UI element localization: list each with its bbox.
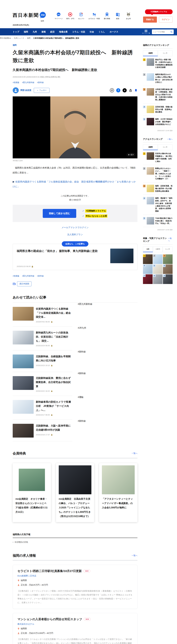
mypage-link[interactable]: me マイページ — [55, 12, 63, 20]
x-share-icon[interactable]: X — [123, 88, 127, 92]
photo-ranking-item[interactable]: 5 — [153, 264, 163, 274]
related-article[interactable]: 北陸新幹線、大阪へ延伸早期に 北信越5県44市が決議 2025/10/16 17… — [13, 420, 72, 441]
photo-expand-button[interactable]: 拡大 — [126, 153, 135, 157]
related-tag[interactable]: #運輸 — [78, 396, 138, 420]
login-button[interactable]: ログイン — [159, 16, 172, 22]
tab-1week[interactable]: 1週間 — [143, 144, 158, 150]
tab-1month[interactable]: 1ヶ月 — [158, 144, 173, 150]
search-input[interactable] — [153, 31, 169, 33]
breadcrumb-fukuoka[interactable]: 福岡 — [27, 37, 31, 40]
related-tag[interactable]: #西九州新幹線 — [78, 303, 138, 326]
tab-1day[interactable]: 1日 — [143, 246, 153, 252]
print-paper-link[interactable]: 紙面 — [114, 12, 121, 20]
weather-today-link[interactable]: 今日明日の天気 — [13, 541, 28, 544]
anatoku-link[interactable]: あな特 — [125, 12, 132, 20]
breadcrumb-kyushu-news[interactable]: 九州ニュース — [14, 37, 24, 40]
ranking-item[interactable]: 4 福岡・博多駅で「移民政策」反対デモ、約200人参加 在留外国人最多396万人… — [143, 195, 172, 215]
tag-shinkansen[interactable]: #新幹線 — [37, 81, 44, 84]
tab-1month[interactable]: 1ヶ月 — [158, 50, 173, 56]
follow-button[interactable]: ＋ フォロー — [34, 88, 50, 93]
tag-shinkansen[interactable]: #新幹線 — [37, 275, 44, 277]
benefits-more-link[interactable]: 一覧へ — [132, 452, 137, 455]
tab-1week[interactable]: 1週間 — [143, 50, 158, 56]
related-tag[interactable]: #新幹線 — [78, 372, 138, 396]
nav-top[interactable]: トップ — [13, 30, 19, 33]
photo-ranking-item[interactable]: 6 — [163, 264, 172, 274]
transit-info-link[interactable]: 運行情報 — [103, 12, 111, 20]
article-main-photo[interactable]: 拡大 — [13, 96, 137, 158]
publisher-chip[interactable]: 西日本新聞 — [17, 281, 32, 286]
related-article[interactable]: 北陸新幹線延伸、費用に合わず 開業効果、自主研究会が独自試算 2025/10/2… — [13, 372, 72, 396]
related-article[interactable]: 佐賀県内議員でつくる新幹線「フル規格促進議員の会」総会 国交省... 2025/… — [13, 303, 72, 326]
tag-nishikyushu-shinkansen[interactable]: #西九州新幹線 — [22, 81, 34, 84]
related-article[interactable]: 北陸新幹線、自維協議を早期開業に向け石川知事 2025/10/23 19:10 — [13, 350, 72, 372]
tag-nishikyushu-shinkansen[interactable]: #西九州新幹線 — [22, 275, 34, 277]
job-company-link[interactable]: 株式会社ホゼナル — [18, 623, 34, 626]
nav-kurashi[interactable]: くらし — [99, 30, 105, 33]
breadcrumb-home[interactable]: 西日本新聞me — [0, 37, 11, 40]
related-tag[interactable]: #新幹線 — [78, 350, 138, 372]
threads-share-icon[interactable]: @ — [110, 88, 114, 92]
tab-1week[interactable]: 1週間 — [153, 246, 163, 252]
register-read-button[interactable]: 登録して続きを読む — [43, 209, 76, 218]
job-card[interactable]: セラピスト/西鉄二日市駅/社員募集/10月27日更新 NEW Ecru筑紫野二日… — [13, 565, 137, 609]
ranking-more-link[interactable]: 一覧へ — [167, 138, 172, 140]
nav-sokuho[interactable]: 速報 — [42, 30, 46, 33]
ranking-item[interactable]: 3 福岡・苅田町長選、現職の遠田孝一氏が3選 投票率は過去最低 — [143, 182, 172, 195]
related-article[interactable]: 新幹線西九州ルートの財政負担、佐賀念頭に「法改正検討も」 国交... 2025/… — [13, 326, 72, 350]
member-article-thumbnail[interactable] — [110, 248, 133, 263]
corporate-plan-link[interactable]: 法人契約プラン — [13, 233, 137, 236]
member-article-link[interactable]: 福岡県主導の期成会に「前向き」 服部知事、東九州新幹線に意欲 — [17, 248, 107, 263]
category-list-button[interactable]: カテゴリ一覧 — [142, 30, 150, 34]
author-name-link[interactable]: 岡部 由佳里 — [20, 89, 31, 92]
photo-ranking-item[interactable]: 3 — [163, 254, 172, 264]
tag-chikugo[interactable]: #筑後版 — [13, 81, 19, 84]
register-button[interactable]: 登録する — [143, 16, 157, 22]
nav-hawks[interactable]: ホークス — [110, 30, 118, 33]
benefit-card[interactable]: me会員限定 オカリナ奏者・宗次郎さんのコンサートにペア2組を招待（応募締め切り… — [13, 463, 51, 522]
ranking-item[interactable]: 2 順番は付けられないけど... 「長崎で一番」の絶品ちゃんぽん ラーメン記者の… — [143, 165, 172, 182]
site-logo[interactable]: 西日本新聞 — [13, 12, 39, 18]
nav-keizai[interactable]: 経済 — [50, 30, 55, 33]
related-tag[interactable]: #新幹線 — [78, 420, 138, 441]
photo-ranking-item[interactable]: 2 — [153, 254, 163, 264]
job-company-link[interactable]: Ecru筑紫野二日市店 — [18, 574, 36, 577]
tab-1month[interactable]: 1ヶ月 — [163, 246, 172, 252]
photo-ranking-more-link[interactable]: 一覧へ — [168, 237, 172, 242]
nav-fukuoka[interactable]: 福岡 — [24, 30, 28, 33]
job-card[interactable]: マンションの入居者様からの問合せ対応スタッフ NEW 株式会社ホゼナル 福岡県 … — [13, 613, 137, 644]
photo-ranking-item[interactable]: 9 — [163, 274, 172, 284]
photo-ranking-item[interactable]: 8 — [153, 274, 163, 284]
benefit-card[interactable]: me会員限定 吉高由里子主演の舞台、パルコ・プロデュース2025『シャイニングな… — [56, 463, 94, 522]
related-article[interactable]: 新幹線車両の防犯カメラで客層分析 JR東海が「サービス向上」へ... 2025/… — [13, 396, 72, 420]
author-avatar[interactable] — [13, 87, 19, 94]
ranking-item[interactable]: 1 賃金不払い容疑で福岡・久留米市の会社と代表取締役を書類送検 久留米労基署 — [143, 56, 172, 71]
facebook-share-icon[interactable]: f — [116, 88, 120, 92]
nav-jiba-kigyo[interactable]: 地場企業 — [59, 30, 68, 33]
email-login-link[interactable]: メールアドレスでログイン — [13, 226, 137, 229]
tag-chikugo[interactable]: #筑後版 — [13, 275, 19, 277]
ranking-item[interactable]: 2 福岡市博多区のホテル5階から男性が飛び降りか 歩行女性を巻き添えに — [143, 71, 172, 86]
ranking-item[interactable]: 3 太宰府天満宮参道の茶屋「小野筑紫堂」閉店 店主は小野妹子の末裔、久原本家が全… — [143, 86, 172, 104]
outing-benefits-link[interactable]: おでかけ・特典 — [89, 12, 100, 20]
share-icon[interactable] — [129, 89, 132, 92]
article-category-link[interactable]: 福岡 — [13, 44, 17, 46]
related-tag[interactable]: #JR九州 — [78, 326, 138, 350]
nav-kyushu[interactable]: 九州 — [33, 30, 37, 33]
select-news-link[interactable]: セレクト — [78, 12, 85, 20]
photo-ranking-item[interactable]: 7 — [143, 274, 153, 284]
jobs-more-link[interactable]: 一覧へ — [132, 554, 137, 557]
ranking-item[interactable]: 5 TSMC熊本第2工場が1年遅れ着工 投資2兆円も「市況は一変」 — [143, 215, 172, 227]
photo-ranking-item[interactable]: 1 — [143, 254, 153, 264]
photo-ranking-item[interactable]: 4 — [143, 264, 153, 274]
inline-related-link[interactable]: ▶佐賀県内議員でつくる新幹線「フル規格促進議員の会」総会 国交省課長が機運醸成呼… — [13, 179, 137, 189]
nav-column[interactable]: コラム・社説 — [72, 30, 85, 33]
bookmark-icon[interactable] — [134, 89, 137, 92]
morning-evening-paper-link[interactable]: 朝刊・夕刊 — [66, 12, 74, 20]
nav-shakai[interactable]: 社会 — [90, 30, 94, 33]
benefit-card[interactable]: 「アフタヌーンティーとティーアドバイザー養成講座」の入会金3,300円が無料に — [99, 463, 137, 522]
ranking-item[interactable]: 1 宮若市が築62年の糸田橋撤去へ 架け替え6億円で財政難、住民に痛み — [143, 150, 172, 165]
ranking-item[interactable]: 4 苅田町長選、現職の遠田氏が3選 投票率は過去最低 — [143, 104, 172, 116]
search-icon[interactable] — [170, 31, 172, 33]
ranking-item[interactable]: 5 福岡・大川市で飲食店が全焼 開店準備中、女性従業員がやけど — [143, 116, 172, 128]
